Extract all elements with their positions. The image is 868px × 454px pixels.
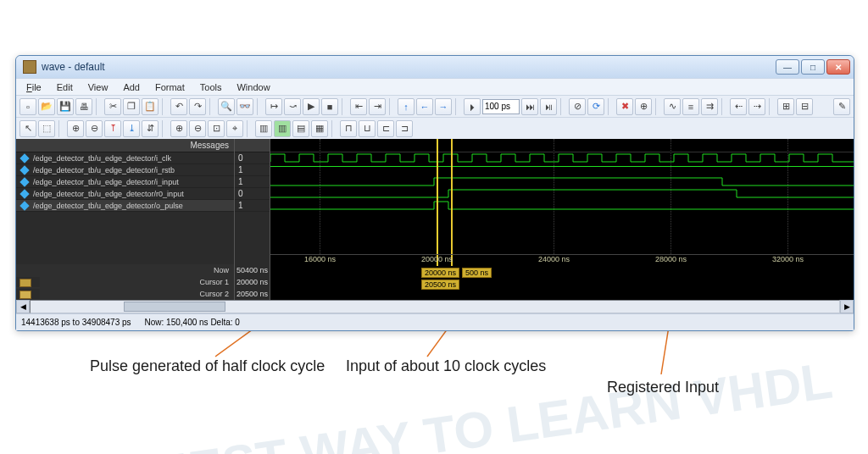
paste-icon[interactable]: 📋 bbox=[142, 98, 159, 115]
wave-opulse bbox=[270, 200, 854, 212]
run-step-icon[interactable]: ⏭ bbox=[521, 98, 538, 115]
undo-icon[interactable]: ↶ bbox=[170, 98, 187, 115]
print-icon[interactable]: 🖶 bbox=[75, 98, 92, 115]
close-button[interactable]: ✕ bbox=[826, 59, 850, 75]
run-time-icon[interactable]: ⏵ bbox=[464, 98, 481, 115]
menu-window[interactable]: Window bbox=[230, 80, 276, 94]
step-icon[interactable]: ↦ bbox=[265, 98, 282, 115]
break-icon[interactable]: ⊘ bbox=[569, 98, 586, 115]
wave-r0input bbox=[270, 188, 854, 200]
menu-format[interactable]: Format bbox=[148, 80, 192, 94]
cursor2-row[interactable]: Cursor 2 bbox=[16, 288, 234, 300]
cursor1-flag[interactable]: 20000 ns bbox=[421, 268, 459, 278]
group-icon[interactable]: ⊞ bbox=[777, 98, 794, 115]
ungroup-icon[interactable]: ⊟ bbox=[796, 98, 813, 115]
pointer-icon[interactable]: ↖ bbox=[19, 120, 36, 137]
toggle-1-icon[interactable]: ⊓ bbox=[340, 120, 357, 137]
edge-pos-icon[interactable]: ⤒ bbox=[104, 120, 121, 137]
stop-icon[interactable]: ■ bbox=[321, 98, 338, 115]
help-icon[interactable]: ✎ bbox=[833, 98, 850, 115]
cursor2-flag[interactable]: 20500 ns bbox=[421, 280, 459, 290]
menu-add[interactable]: Add bbox=[116, 80, 147, 94]
cursor1-value: 20000 ns bbox=[235, 276, 270, 288]
cursor1-row[interactable]: Cursor 1 bbox=[16, 276, 234, 288]
list-icon[interactable]: ≡ bbox=[682, 98, 699, 115]
next-transition-icon[interactable]: ⇢ bbox=[748, 98, 765, 115]
layout-c-icon[interactable]: ▤ bbox=[292, 120, 309, 137]
up-arrow-icon[interactable]: ↑ bbox=[398, 98, 415, 115]
minimize-button[interactable]: — bbox=[776, 59, 799, 75]
scroll-track[interactable] bbox=[30, 300, 840, 313]
scroll-thumb[interactable] bbox=[124, 302, 225, 312]
signal-panel: Messages /edge_detector_tb/u_edge_detect… bbox=[16, 139, 235, 300]
menu-view[interactable]: View bbox=[81, 80, 115, 94]
zoom-full-icon[interactable]: ⊡ bbox=[208, 120, 225, 137]
signal-row[interactable]: /edge_detector_tb/u_edge_detector/r0_inp… bbox=[16, 188, 234, 200]
edge-neg-icon[interactable]: ⤓ bbox=[123, 120, 140, 137]
back-arrow-icon[interactable]: ← bbox=[416, 98, 433, 115]
wave-rstb bbox=[270, 164, 854, 176]
hscroll[interactable]: ◀ ▶ bbox=[16, 300, 854, 313]
titlebar[interactable]: wave - default — □ ✕ bbox=[16, 56, 854, 78]
menu-edit[interactable]: Edit bbox=[50, 80, 80, 94]
run-all-icon[interactable]: ⏯ bbox=[540, 98, 557, 115]
fwd-arrow-icon[interactable]: → bbox=[435, 98, 452, 115]
signal-diamond-icon bbox=[19, 201, 29, 210]
zoom-in-icon[interactable]: ⊕ bbox=[170, 120, 187, 137]
menubar: File Edit View Add Format Tools Window bbox=[16, 78, 854, 95]
signal-header: Messages bbox=[16, 139, 234, 152]
cursor-2-line[interactable] bbox=[451, 139, 453, 266]
scroll-right-icon[interactable]: ▶ bbox=[840, 300, 854, 313]
dataflow-icon[interactable]: ⇉ bbox=[701, 98, 718, 115]
cursor-1-line[interactable] bbox=[437, 139, 438, 266]
binoculars-icon[interactable]: 👓 bbox=[236, 98, 253, 115]
cursor-delta-flag: 500 ns bbox=[462, 268, 492, 278]
edge-any-icon[interactable]: ⇵ bbox=[142, 120, 159, 137]
signal-row[interactable]: /edge_detector_tb/u_edge_detector/o_puls… bbox=[16, 200, 234, 212]
refresh-icon[interactable]: ⟳ bbox=[587, 98, 604, 115]
maximize-button[interactable]: □ bbox=[801, 59, 825, 75]
signal-diamond-icon bbox=[19, 165, 29, 174]
run-icon[interactable]: ▶ bbox=[303, 98, 320, 115]
now-value: 50400 ns bbox=[235, 264, 270, 276]
value-cell: 0 bbox=[235, 152, 270, 164]
zoom-cursor-icon[interactable]: ⌖ bbox=[226, 120, 243, 137]
signal-row[interactable]: /edge_detector_tb/u_edge_detector/i_inpu… bbox=[16, 176, 234, 188]
find-icon[interactable]: 🔍 bbox=[218, 98, 235, 115]
cut-icon[interactable]: ✂ bbox=[104, 98, 121, 115]
step-over-icon[interactable]: ⤻ bbox=[284, 98, 301, 115]
toggle-2-icon[interactable]: ⊔ bbox=[359, 120, 376, 137]
scroll-left-icon[interactable]: ◀ bbox=[16, 300, 30, 313]
open-icon[interactable]: 📂 bbox=[38, 98, 55, 115]
menu-tools[interactable]: Tools bbox=[193, 80, 229, 94]
toolbar-row-2: ↖ ⬚ ⊕ ⊖ ⤒ ⤓ ⇵ ⊕ ⊖ ⊡ ⌖ ▥ ▥ ▤ ▦ ⊓ ⊔ ⊏ ⊐ bbox=[16, 117, 854, 139]
expand-icon[interactable]: ⊕ bbox=[67, 120, 84, 137]
collapse-icon[interactable]: ⊖ bbox=[86, 120, 103, 137]
signal-row[interactable]: /edge_detector_tb/u_edge_detector/i_rstb bbox=[16, 164, 234, 176]
toolbar-row-1: ▫ 📂 💾 🖶 ✂ ❐ 📋 ↶ ↷ 🔍 👓 ↦ ⤻ ▶ ■ ⇤ ⇥ ↑ ← → … bbox=[16, 95, 854, 117]
toggle-3-icon[interactable]: ⊏ bbox=[377, 120, 394, 137]
zoom-out-icon[interactable]: ⊖ bbox=[189, 120, 206, 137]
redo-icon[interactable]: ↷ bbox=[189, 98, 206, 115]
layout-a-icon[interactable]: ▥ bbox=[255, 120, 272, 137]
cursor-delete-icon[interactable]: ✖ bbox=[616, 98, 633, 115]
layout-d-icon[interactable]: ▦ bbox=[311, 120, 328, 137]
toggle-4-icon[interactable]: ⊐ bbox=[396, 120, 413, 137]
time-input[interactable] bbox=[482, 99, 520, 114]
client-area: Messages /edge_detector_tb/u_edge_detect… bbox=[16, 139, 854, 330]
select-icon[interactable]: ⬚ bbox=[38, 120, 55, 137]
layout-b-icon[interactable]: ▥ bbox=[274, 120, 291, 137]
signal-row[interactable]: /edge_detector_tb/u_edge_detector/i_clk bbox=[16, 152, 234, 164]
value-column: 0 1 1 0 1 50400 ns 20000 ns 20500 ns bbox=[235, 139, 270, 300]
copy-icon[interactable]: ❐ bbox=[123, 98, 140, 115]
menu-file[interactable]: File bbox=[19, 80, 48, 94]
wave-canvas[interactable]: 16000 ns 20000 ns 24000 ns 28000 ns 3200… bbox=[270, 139, 854, 300]
prev-edge-icon[interactable]: ⇤ bbox=[350, 98, 367, 115]
new-icon[interactable]: ▫ bbox=[19, 98, 36, 115]
save-icon[interactable]: 💾 bbox=[57, 98, 74, 115]
prev-transition-icon[interactable]: ⇠ bbox=[730, 98, 747, 115]
next-edge-icon[interactable]: ⇥ bbox=[369, 98, 386, 115]
timescale: 16000 ns 20000 ns 24000 ns 28000 ns 3200… bbox=[270, 254, 854, 266]
cursor-add-icon[interactable]: ⊕ bbox=[635, 98, 652, 115]
wave-icon[interactable]: ∿ bbox=[664, 98, 681, 115]
